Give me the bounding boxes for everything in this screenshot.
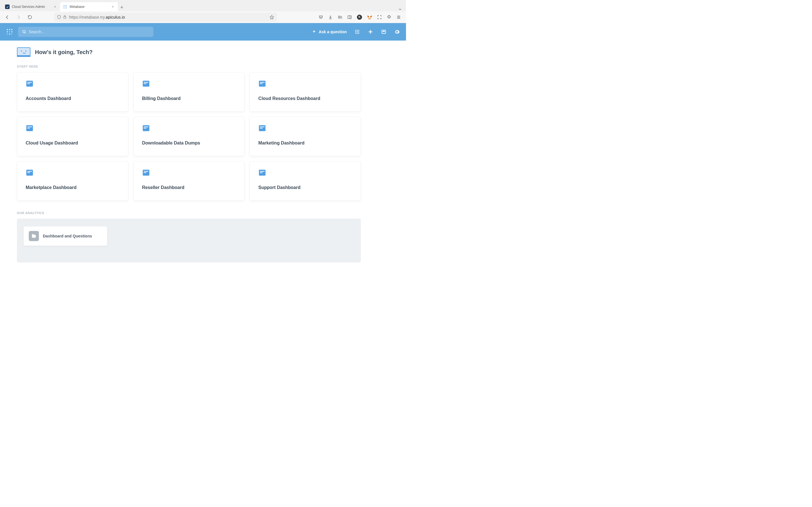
sidebar-toggle-icon[interactable] [347, 15, 352, 19]
card-title: Downloadable Data Dumps [142, 140, 236, 146]
svg-rect-51 [28, 171, 32, 172]
screenshot-icon[interactable] [377, 15, 382, 19]
browser-tab-strip: Cloud Services Admin Metabase [0, 0, 406, 11]
apps-grid-icon[interactable] [355, 29, 360, 34]
svg-rect-29 [358, 33, 359, 34]
library-icon[interactable] [338, 15, 342, 19]
svg-point-3 [63, 6, 64, 7]
create-button[interactable] [368, 29, 373, 35]
svg-rect-55 [144, 172, 146, 173]
dashboard-icon [26, 169, 34, 177]
card-downloadable-data-dumps[interactable]: Downloadable Data Dumps [133, 117, 245, 156]
svg-rect-9 [64, 17, 66, 18]
svg-rect-21 [355, 30, 356, 31]
greeting-text: How's it going, Tech? [35, 49, 93, 55]
new-tab-button[interactable] [118, 3, 126, 11]
card-title: Support Dashboard [258, 185, 352, 190]
card-support-dashboard[interactable]: Support Dashboard [250, 161, 361, 201]
svg-point-1 [65, 5, 65, 6]
dashboard-icon [258, 169, 266, 177]
svg-point-14 [7, 31, 8, 33]
ask-question-button[interactable]: Ask a question [312, 30, 347, 34]
download-icon[interactable] [328, 15, 333, 19]
card-cloud-resources-dashboard[interactable]: Cloud Resources Dashboard [250, 72, 361, 112]
svg-rect-58 [260, 172, 262, 173]
svg-point-18 [9, 34, 10, 35]
metabot-icon [17, 47, 31, 57]
svg-rect-24 [355, 32, 356, 33]
extensions-icon[interactable] [387, 15, 391, 19]
svg-point-13 [11, 29, 12, 30]
pocket-icon[interactable] [319, 15, 323, 19]
tab-title: Metabase [70, 5, 108, 9]
card-accounts-dashboard[interactable]: Accounts Dashboard [17, 72, 128, 112]
metamask-icon[interactable] [367, 15, 372, 20]
shield-icon[interactable] [57, 15, 61, 19]
svg-point-12 [9, 29, 10, 30]
card-billing-dashboard[interactable]: Billing Dashboard [133, 72, 245, 112]
svg-rect-22 [357, 30, 358, 31]
close-tab-icon[interactable] [110, 4, 115, 9]
svg-rect-54 [144, 171, 148, 172]
browser-tab-metabase[interactable]: Metabase [60, 2, 118, 11]
card-cloud-usage-dashboard[interactable]: Cloud Usage Dashboard [17, 117, 128, 156]
hamburger-menu-icon[interactable] [396, 15, 401, 19]
browser-tab-cloud-admin[interactable]: Cloud Services Admin [2, 2, 60, 11]
card-title: Accounts Dashboard [26, 96, 119, 101]
svg-rect-23 [358, 30, 359, 31]
reload-button[interactable] [26, 13, 34, 21]
svg-rect-43 [28, 128, 30, 128]
svg-rect-49 [260, 128, 262, 128]
back-button[interactable] [3, 13, 11, 21]
card-title: Cloud Resources Dashboard [258, 96, 352, 101]
search-input[interactable]: Search… [18, 27, 153, 37]
dashboard-icon [26, 124, 34, 132]
collection-dashboard-and-questions[interactable]: Dashboard and Questions [24, 226, 107, 245]
svg-point-15 [9, 31, 10, 33]
svg-point-11 [7, 29, 8, 30]
close-tab-icon[interactable] [53, 4, 57, 9]
svg-point-8 [66, 8, 67, 8]
svg-point-6 [63, 8, 64, 8]
settings-gear-icon[interactable] [394, 29, 400, 35]
section-label-our-analytics: OUR ANALYTICS [17, 211, 361, 215]
svg-rect-10 [348, 15, 351, 18]
extension-k-icon[interactable]: K [357, 15, 362, 20]
dashboard-icon [142, 80, 150, 88]
svg-rect-45 [144, 126, 148, 127]
browser-toolbar: https://metabase.try.apiculus.io K [0, 11, 406, 23]
svg-point-17 [7, 34, 8, 35]
card-title: Cloud Usage Dashboard [26, 140, 119, 146]
search-placeholder: Search… [29, 30, 45, 34]
dashboard-icon [142, 169, 150, 177]
card-title: Billing Dashboard [142, 96, 236, 101]
svg-point-2 [66, 5, 67, 6]
tab-title: Cloud Services Admin [12, 5, 50, 9]
page-content: How's it going, Tech? START HERE Account… [0, 41, 378, 274]
ask-question-label: Ask a question [319, 30, 347, 34]
tab-favicon-metabase [63, 4, 67, 9]
folder-icon [29, 231, 39, 241]
svg-point-0 [63, 5, 64, 6]
svg-rect-25 [357, 32, 358, 33]
card-marketplace-dashboard[interactable]: Marketplace Dashboard [17, 161, 128, 201]
card-marketing-dashboard[interactable]: Marketing Dashboard [250, 117, 361, 156]
tabs-overflow-button[interactable] [394, 7, 406, 11]
address-bar[interactable]: https://metabase.try.apiculus.io [54, 13, 277, 22]
forward-button[interactable] [15, 13, 22, 21]
archive-icon[interactable] [381, 29, 386, 34]
card-reseller-dashboard[interactable]: Reseller Dashboard [133, 161, 245, 201]
dashboard-icon [142, 124, 150, 132]
card-title: Reseller Dashboard [142, 185, 236, 190]
dashboard-icon [258, 124, 266, 132]
bookmark-star-icon[interactable] [269, 15, 274, 19]
svg-rect-28 [357, 33, 358, 34]
svg-point-4 [65, 6, 65, 7]
svg-point-19 [11, 34, 12, 35]
lock-icon[interactable] [63, 15, 67, 19]
browser-extension-icons: K [319, 15, 401, 20]
svg-point-5 [66, 6, 67, 7]
analytics-panel: Dashboard and Questions [17, 219, 361, 263]
metabase-logo[interactable] [6, 29, 13, 35]
svg-rect-34 [28, 83, 30, 84]
